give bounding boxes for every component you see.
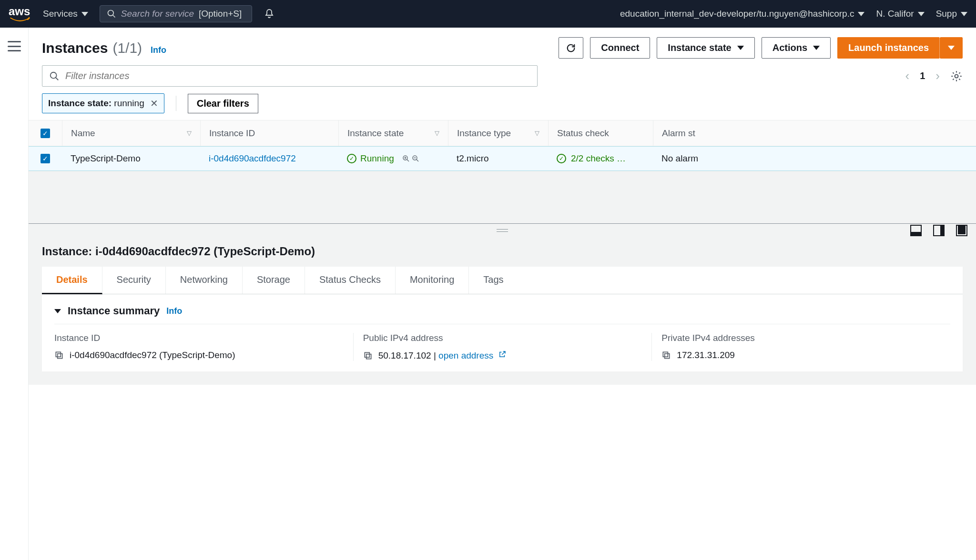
caret-down-icon bbox=[948, 46, 955, 50]
actions-button[interactable]: Actions bbox=[762, 37, 831, 59]
launch-instances-button[interactable]: Launch instances bbox=[837, 37, 940, 59]
tab-storage[interactable]: Storage bbox=[243, 267, 305, 294]
copy-icon[interactable] bbox=[363, 351, 373, 360]
cell-state: ✓Running bbox=[338, 153, 448, 164]
col-instance-id[interactable]: Instance ID bbox=[200, 120, 338, 146]
aws-logo[interactable]: aws bbox=[9, 5, 31, 23]
col-status-check[interactable]: Status check bbox=[548, 120, 653, 146]
cell-alarm: No alarm bbox=[653, 153, 729, 164]
filter-input-wrap[interactable] bbox=[42, 65, 538, 87]
col-instance-type[interactable]: Instance type▽ bbox=[448, 120, 548, 146]
col-instance-state[interactable]: Instance state▽ bbox=[338, 120, 448, 146]
copy-icon[interactable] bbox=[54, 350, 64, 360]
tab-security[interactable]: Security bbox=[102, 267, 166, 294]
services-menu[interactable]: Services bbox=[43, 9, 88, 19]
sort-icon: ▽ bbox=[187, 130, 192, 137]
svg-line-6 bbox=[407, 160, 409, 162]
refresh-button[interactable] bbox=[559, 37, 583, 59]
next-page-button[interactable]: › bbox=[935, 69, 940, 83]
open-address-link[interactable]: open address bbox=[438, 350, 506, 360]
svg-line-10 bbox=[416, 160, 418, 162]
svg-rect-15 bbox=[365, 352, 369, 357]
copy-icon[interactable] bbox=[661, 350, 671, 360]
zoom-out-icon bbox=[411, 154, 420, 163]
detail-panel: Instance: i-0d4d690acdfdec972 (TypeScrip… bbox=[29, 237, 976, 385]
global-search[interactable]: Search for service [Option+S] bbox=[100, 5, 252, 22]
search-icon bbox=[107, 9, 116, 19]
tab-networking[interactable]: Networking bbox=[166, 267, 243, 294]
chip-value: running bbox=[114, 98, 144, 108]
svg-point-2 bbox=[51, 72, 57, 78]
info-link[interactable]: Info bbox=[151, 45, 166, 55]
svg-point-0 bbox=[108, 10, 113, 16]
summary-title: Instance summary bbox=[68, 305, 160, 317]
tab-monitoring[interactable]: Monitoring bbox=[396, 267, 469, 294]
col-name[interactable]: Name▽ bbox=[62, 120, 200, 146]
top-nav: aws Services Search for service [Option+… bbox=[0, 0, 976, 28]
info-link[interactable]: Info bbox=[166, 306, 182, 316]
caret-down-icon bbox=[918, 12, 925, 16]
prev-page-button[interactable]: ‹ bbox=[905, 69, 910, 83]
details-body: Instance summary Info Instance ID i-0d4d… bbox=[42, 294, 963, 371]
svg-point-4 bbox=[955, 74, 958, 78]
detail-tabs: Details Security Networking Storage Stat… bbox=[42, 267, 963, 294]
support-menu[interactable]: Supp bbox=[936, 9, 967, 19]
tab-details[interactable]: Details bbox=[42, 267, 102, 294]
zoom-icons[interactable] bbox=[402, 154, 420, 163]
layout-bottom-icon[interactable] bbox=[910, 225, 922, 236]
field-label: Instance ID bbox=[54, 333, 344, 343]
pagination: ‹ 1 › bbox=[905, 69, 963, 83]
search-placeholder: Search for service bbox=[121, 9, 194, 19]
select-all-header[interactable]: ✓ bbox=[29, 120, 62, 146]
aws-swoosh-icon bbox=[9, 17, 31, 23]
remove-chip-icon[interactable]: ✕ bbox=[150, 98, 158, 109]
row-checkbox[interactable]: ✓ bbox=[29, 154, 62, 163]
layout-split-icon[interactable] bbox=[933, 225, 945, 236]
svg-rect-12 bbox=[58, 354, 62, 359]
instance-state-button[interactable]: Instance state bbox=[657, 37, 754, 59]
connect-button[interactable]: Connect bbox=[590, 37, 650, 59]
table-row[interactable]: ✓ TypeScript-Demo i-0d4d690acdfdec972 ✓R… bbox=[29, 146, 976, 171]
split-handle[interactable] bbox=[29, 224, 976, 237]
col-alarm[interactable]: Alarm st bbox=[653, 120, 729, 146]
svg-rect-16 bbox=[665, 354, 670, 359]
hamburger-icon[interactable] bbox=[8, 41, 21, 51]
notifications-icon[interactable] bbox=[264, 8, 275, 20]
layout-full-icon[interactable] bbox=[956, 225, 967, 236]
services-label: Services bbox=[43, 9, 78, 19]
checkbox-icon: ✓ bbox=[41, 154, 50, 163]
summary-grid: Instance ID i-0d4d690acdfdec972 (TypeScr… bbox=[54, 333, 950, 361]
chip-key: Instance state: bbox=[48, 98, 112, 108]
svg-rect-14 bbox=[366, 354, 371, 359]
cell-type: t2.micro bbox=[448, 153, 548, 164]
checkbox-icon: ✓ bbox=[41, 129, 50, 138]
sort-icon: ▽ bbox=[435, 130, 439, 137]
svg-rect-17 bbox=[663, 352, 668, 357]
summary-header[interactable]: Instance summary Info bbox=[54, 305, 950, 324]
caret-down-icon bbox=[737, 46, 744, 50]
field-label: Public IPv4 address bbox=[363, 333, 642, 343]
zoom-in-icon bbox=[402, 154, 410, 163]
svg-line-1 bbox=[112, 15, 115, 18]
region-menu[interactable]: N. Califor bbox=[876, 9, 924, 19]
cell-instance-id[interactable]: i-0d4d690acdfdec972 bbox=[200, 153, 338, 164]
launch-dropdown-button[interactable] bbox=[940, 37, 963, 59]
refresh-icon bbox=[566, 43, 576, 53]
settings-icon[interactable] bbox=[950, 70, 963, 82]
caret-down-icon bbox=[813, 46, 820, 50]
account-menu[interactable]: education_internal_dev-developer/tu.nguy… bbox=[620, 9, 864, 19]
tab-status-checks[interactable]: Status Checks bbox=[305, 267, 396, 294]
field-label: Private IPv4 addresses bbox=[661, 333, 941, 343]
kv-public-ip: Public IPv4 address 50.18.17.102 | open … bbox=[353, 333, 652, 361]
instance-count: (1/1) bbox=[112, 40, 142, 56]
caret-down-icon bbox=[54, 309, 61, 313]
page-title: Instances (1/1) Info bbox=[42, 40, 166, 56]
filter-chip-instance-state[interactable]: Instance state: running ✕ bbox=[42, 93, 164, 113]
caret-down-icon bbox=[961, 12, 967, 16]
kv-instance-id: Instance ID i-0d4d690acdfdec972 (TypeScr… bbox=[54, 333, 353, 361]
clear-filters-button[interactable]: Clear filters bbox=[188, 94, 258, 113]
tab-tags[interactable]: Tags bbox=[469, 267, 518, 294]
divider bbox=[176, 96, 176, 111]
filter-input[interactable] bbox=[65, 70, 530, 81]
support-label: Supp bbox=[936, 9, 957, 19]
